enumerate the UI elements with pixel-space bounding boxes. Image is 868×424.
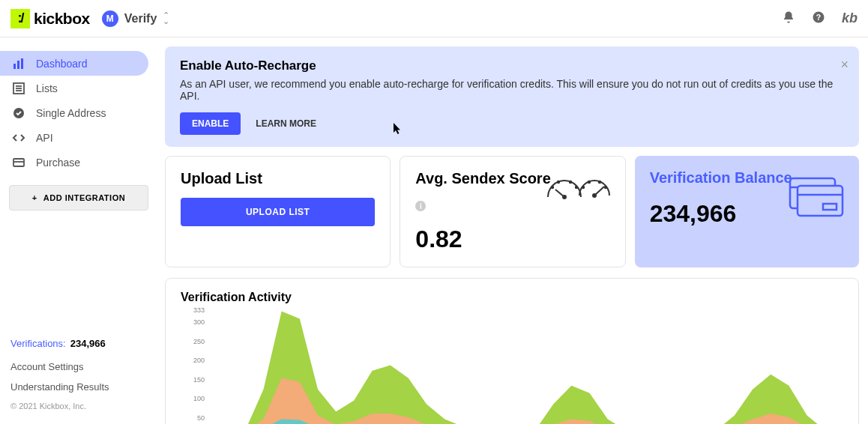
svg-rect-2 bbox=[13, 64, 16, 69]
sidebar-item-label: Dashboard bbox=[36, 58, 88, 70]
y-tick-label: 200 bbox=[193, 357, 205, 364]
chevron-updown-icon: ⌃⌄ bbox=[163, 13, 169, 24]
sidebar-item-lists[interactable]: Lists bbox=[0, 76, 148, 100]
card-icon bbox=[12, 157, 25, 169]
svg-rect-26 bbox=[798, 186, 843, 216]
sendex-card: Avg. Sendex Score i 0.82 bbox=[400, 156, 625, 267]
banner-title: Enable Auto-Recharge bbox=[180, 58, 844, 73]
sidebar-item-label: Purchase bbox=[36, 157, 80, 169]
y-tick-label: 300 bbox=[193, 318, 205, 326]
logo-text: kickbox bbox=[34, 10, 90, 28]
nav: DashboardListsSingle AddressAPIPurchase bbox=[0, 51, 157, 175]
top-header: :/ kickbox M Verify ⌃⌄ ? kb bbox=[0, 0, 868, 37]
activity-chart: 333300250200150100500 bbox=[181, 310, 843, 425]
logo[interactable]: :/ kickbox bbox=[10, 9, 90, 28]
activity-panel: Verification Activity 333300250200150100… bbox=[165, 278, 859, 425]
plus-icon: + bbox=[32, 193, 37, 202]
svg-point-22 bbox=[598, 181, 600, 183]
balance-card[interactable]: Verification Balance 234,966 bbox=[635, 156, 859, 267]
add-integration-button[interactable]: + ADD INTEGRATION bbox=[9, 185, 148, 211]
svg-point-17 bbox=[575, 187, 576, 188]
kb-icon[interactable]: kb bbox=[842, 10, 858, 26]
svg-point-15 bbox=[557, 181, 558, 183]
info-icon[interactable]: i bbox=[415, 201, 426, 211]
speedometer-icon bbox=[544, 167, 613, 208]
auto-recharge-banner: Enable Auto-Recharge As an API user, we … bbox=[165, 46, 859, 147]
understanding-results-link[interactable]: Understanding Results bbox=[10, 381, 147, 393]
sidebar-item-api[interactable]: API bbox=[0, 125, 148, 150]
banner-text: As an API user, we recommend you enable … bbox=[180, 78, 844, 102]
svg-rect-3 bbox=[17, 61, 19, 69]
verifications-value: 234,966 bbox=[70, 338, 106, 349]
sidebar-item-label: Single Address bbox=[36, 107, 106, 119]
help-icon[interactable]: ? bbox=[812, 10, 825, 27]
sidebar: DashboardListsSingle AddressAPIPurchase … bbox=[0, 37, 157, 424]
bar-chart-icon bbox=[12, 58, 25, 70]
logo-mark: :/ bbox=[10, 9, 30, 28]
card-stack-icon bbox=[787, 175, 846, 220]
svg-point-20 bbox=[582, 187, 583, 188]
svg-point-16 bbox=[569, 181, 570, 183]
app-name: Verify bbox=[124, 12, 157, 25]
sidebar-item-purchase[interactable]: Purchase bbox=[0, 150, 148, 175]
sidebar-item-label: Lists bbox=[36, 82, 58, 94]
y-tick-label: 50 bbox=[197, 414, 205, 422]
svg-text:?: ? bbox=[816, 12, 821, 21]
add-integration-label: ADD INTEGRATION bbox=[43, 193, 125, 202]
bell-icon[interactable] bbox=[782, 10, 795, 27]
upload-list-card: Upload List UPLOAD LIST bbox=[165, 156, 391, 267]
list-icon bbox=[12, 82, 25, 94]
upload-list-button[interactable]: UPLOAD LIST bbox=[181, 198, 375, 226]
app-switcher[interactable]: M Verify ⌃⌄ bbox=[102, 10, 170, 27]
upload-card-title: Upload List bbox=[181, 170, 375, 187]
sendex-value: 0.82 bbox=[415, 225, 609, 253]
svg-line-13 bbox=[555, 190, 564, 197]
sendex-title: Avg. Sendex Score bbox=[415, 170, 550, 187]
y-tick-label: 100 bbox=[193, 395, 205, 402]
copyright: © 2021 Kickbox, Inc. bbox=[10, 402, 147, 411]
svg-rect-4 bbox=[21, 58, 23, 69]
svg-point-21 bbox=[588, 181, 589, 183]
app-badge: M bbox=[102, 10, 118, 27]
activity-title: Verification Activity bbox=[181, 291, 843, 304]
y-tick-label: 150 bbox=[193, 376, 205, 384]
verifications-label: Verifications: bbox=[10, 338, 66, 349]
enable-button[interactable]: ENABLE bbox=[180, 112, 241, 135]
sidebar-item-dashboard[interactable]: Dashboard bbox=[0, 51, 148, 76]
learn-more-button[interactable]: LEARN MORE bbox=[256, 118, 316, 129]
sidebar-item-single-address[interactable]: Single Address bbox=[0, 100, 148, 125]
check-circle-icon bbox=[12, 107, 25, 119]
content: Enable Auto-Recharge As an API user, we … bbox=[157, 37, 868, 424]
y-tick-label: 333 bbox=[193, 306, 205, 314]
verifications-summary: Verifications: 234,966 bbox=[10, 338, 147, 349]
close-icon[interactable]: × bbox=[840, 57, 849, 73]
svg-point-14 bbox=[551, 187, 552, 188]
svg-rect-10 bbox=[13, 159, 24, 166]
code-icon bbox=[12, 132, 25, 144]
account-settings-link[interactable]: Account Settings bbox=[10, 361, 147, 372]
sidebar-item-label: API bbox=[36, 132, 53, 144]
svg-point-23 bbox=[604, 187, 606, 188]
y-tick-label: 250 bbox=[193, 338, 205, 345]
svg-line-19 bbox=[594, 187, 604, 196]
